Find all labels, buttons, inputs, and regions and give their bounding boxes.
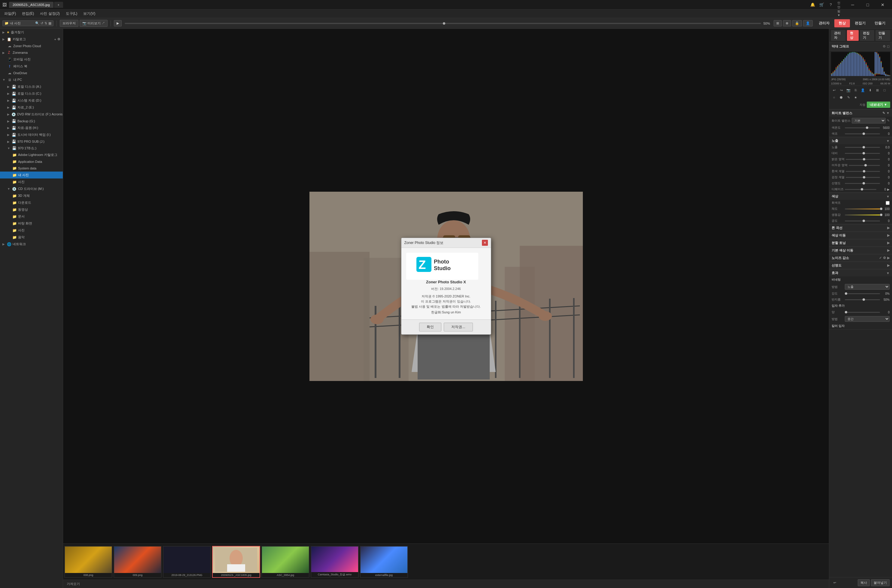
pen-btn[interactable]: ✎: [846, 94, 852, 100]
sidebar-item-mobile[interactable]: 📱 모바일 사진: [0, 56, 63, 63]
menu-tools[interactable]: 도구(L): [63, 10, 81, 17]
thumbnail-4[interactable]: ASC_0954.jpg: [261, 546, 309, 578]
sharpness-chevron-icon[interactable]: ▶: [887, 264, 890, 267]
sidebar-item-disk-j[interactable]: ▶ 💾 970 PRO SUB (J:): [0, 138, 63, 145]
sidebar-item-disk-e[interactable]: ▶ 💾 자료_2 (E:): [0, 104, 63, 111]
tint-thumb[interactable]: [862, 132, 865, 135]
fit-btn[interactable]: ⊞: [774, 20, 782, 27]
play-btn[interactable]: ▶: [114, 20, 122, 27]
crop-btn[interactable]: ⊞: [874, 87, 880, 93]
sidebar-item-music[interactable]: 📁 음악: [0, 234, 63, 241]
sidebar-item-lightroom[interactable]: 📁 Adobe Lightroom 카탈로그: [0, 152, 63, 158]
noise-reduction-toggle[interactable]: 노이즈 감소 ✓ ⚙ ▶: [829, 254, 892, 261]
wb-edit-icon[interactable]: ✎: [882, 111, 885, 115]
grain-method-select[interactable]: 중간: [845, 316, 890, 322]
color-shift-toggle[interactable]: 색상 이동 ▶: [829, 232, 892, 239]
noise-settings-icon[interactable]: ⚙: [883, 256, 886, 260]
color-chevron-icon[interactable]: ▼: [886, 195, 890, 198]
sidebar-item-disk-a[interactable]: ▶ 💾 로컬 디스크 (A:): [0, 83, 63, 90]
wb-preset-select[interactable]: 기본: [852, 118, 886, 123]
sharpness-toggle[interactable]: 선명도 ▶: [829, 262, 892, 269]
histogram-settings-icon[interactable]: ⚙: [883, 45, 886, 48]
rp-tab-develop[interactable]: 현상: [847, 30, 859, 41]
dehaze-slider[interactable]: [845, 188, 876, 191]
luminance-thumb[interactable]: [862, 220, 865, 222]
sidebar-item-onedrive[interactable]: ☁ OneDrive: [0, 70, 63, 76]
contrast-thumb[interactable]: [862, 152, 865, 154]
blacks-slider[interactable]: [846, 176, 880, 179]
shadows-thumb[interactable]: [864, 164, 867, 166]
clarity-thumb[interactable]: [862, 182, 865, 184]
grayscale-checkbox[interactable]: [886, 201, 890, 205]
rp-tab-manager[interactable]: 관리자: [831, 30, 846, 41]
wb-chevron-icon[interactable]: ▼: [886, 111, 890, 115]
sidebar-item-disk-l[interactable]: ▼ 💾 970 1TB (L:): [0, 145, 63, 152]
menu-edit[interactable]: 편집(E): [19, 10, 37, 17]
sidebar-item-my-photos[interactable]: 📁 내 사진: [0, 172, 63, 178]
dehaze-thumb[interactable]: [861, 188, 863, 190]
sidebar-item-mypc[interactable]: ▼ 🖥 내 PC: [0, 76, 63, 83]
histogram-header[interactable]: 막대 그래프 ⚙ ◻: [829, 42, 892, 51]
vibrance-slider[interactable]: [845, 213, 880, 217]
noise-check-icon[interactable]: ✓: [879, 256, 882, 260]
copy-btn[interactable]: 복사: [858, 579, 870, 586]
import-btn[interactable]: 가져오기: [67, 582, 80, 586]
menu-photo-settings[interactable]: 사진 설정(J): [37, 10, 63, 17]
whites-slider[interactable]: [846, 170, 880, 173]
catalog-add-icon[interactable]: +: [54, 38, 56, 41]
whites-thumb[interactable]: [863, 170, 865, 172]
close-button[interactable]: ✕: [876, 1, 890, 9]
color-temp-slider[interactable]: [845, 126, 880, 129]
sidebar-item-disk-i[interactable]: ▶ 💾 도시바 데이터 백업 (I:): [0, 131, 63, 138]
notification-icon[interactable]: 🔔: [809, 1, 816, 8]
brush-btn[interactable]: ⬢: [838, 94, 844, 100]
vignette-strength-thumb[interactable]: [845, 292, 847, 295]
tab-create[interactable]: 만들기: [870, 19, 890, 27]
vignette-strength-slider[interactable]: [845, 292, 880, 296]
sidebar-item-photos2[interactable]: 📁 사진: [0, 178, 63, 185]
color-toggle[interactable]: 색상 ▼: [829, 193, 892, 200]
undo-btn[interactable]: ↩: [831, 87, 837, 93]
sidebar-item-pictures[interactable]: 📁 사진: [0, 227, 63, 234]
tab-editor[interactable]: 편집기: [850, 19, 870, 27]
title-tab-new[interactable]: +: [54, 2, 63, 8]
title-tab-main[interactable]: 20090523-_ASC1835.jpg: [9, 2, 54, 8]
user-login[interactable]: 로그인안됨 ▼: [836, 1, 843, 8]
cart-icon[interactable]: 🛒: [818, 1, 825, 8]
exp-thumb[interactable]: [862, 146, 865, 148]
thumbnail-3[interactable]: 20090523-_ASC1835.jpg: [212, 546, 260, 578]
vignette-feather-slider[interactable]: [845, 298, 880, 302]
rp-tab-editor[interactable]: 편집기: [860, 30, 875, 41]
zoom-in-btn[interactable]: ⊕: [783, 20, 791, 27]
sidebar-item-docs[interactable]: 📁 문서: [0, 213, 63, 220]
preview-btn[interactable]: 📷 미리보기 ↗: [79, 20, 108, 27]
menu-view[interactable]: 보기(V): [80, 10, 98, 17]
sidebar-item-catalog[interactable]: ▶ 📋 카탈로그 + ⚙: [0, 36, 63, 43]
sidebar-item-disk-c[interactable]: ▶ 💾 로컬 디스크 (C:): [0, 90, 63, 97]
grain-amount-slider[interactable]: [845, 310, 880, 314]
thumbnail-0[interactable]: 008.png: [64, 546, 112, 578]
vignette-method-select[interactable]: 노출: [845, 284, 890, 290]
paste-btn[interactable]: 붙여넣기: [871, 579, 890, 586]
view-icon[interactable]: ▦: [48, 21, 51, 25]
effects-chevron-icon[interactable]: ▼: [886, 272, 890, 275]
help-icon[interactable]: ?: [827, 1, 834, 8]
zoom-slider[interactable]: [125, 23, 761, 24]
thumbnail-6[interactable]: externalfile.jpg: [360, 546, 408, 578]
sidebar-item-downloads[interactable]: 📁 다운로드: [0, 199, 63, 206]
clone-btn[interactable]: ⎘: [853, 87, 859, 93]
split-toning-toggle[interactable]: 분할 토닝 ▶: [829, 239, 892, 246]
sidebar-item-appdata[interactable]: 📁 Application Data: [0, 158, 63, 165]
sort-icon[interactable]: ⇅: [45, 21, 47, 25]
exposure-chevron-icon[interactable]: ▼: [886, 139, 890, 143]
histogram-expand-icon[interactable]: ◻: [887, 45, 890, 48]
thumbnail-1[interactable]: 009.png: [114, 546, 162, 578]
sidebar-item-sysdata[interactable]: 📁 System data: [0, 165, 63, 172]
blacks-thumb[interactable]: [863, 176, 865, 178]
maximize-button[interactable]: □: [861, 1, 875, 9]
saturation-thumb[interactable]: [880, 208, 882, 210]
dialog-license-button[interactable]: 저작권...: [444, 323, 472, 332]
sidebar-item-favorites[interactable]: ▶ ★ 즐겨찾기: [0, 29, 63, 36]
highlights-slider[interactable]: [846, 158, 880, 161]
photo2-icon[interactable]: 📷: [846, 87, 852, 93]
